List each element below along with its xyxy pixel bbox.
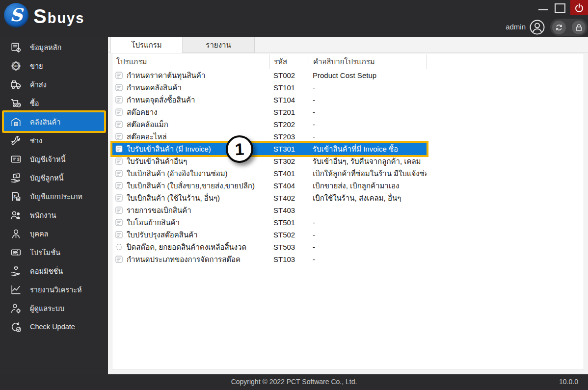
power-button[interactable]	[570, 0, 588, 15]
sidebar-item-label: บุคคล	[30, 228, 49, 239]
table-row[interactable]: ใบรับเข้าสินค้าอื่นๆ ST302 รับเข้าอื่นๆ,…	[112, 155, 427, 167]
sidebar-item-commission[interactable]: คอมมิชชั่น	[4, 261, 104, 280]
check-update-icon	[9, 320, 23, 334]
admin-gear-icon	[9, 302, 23, 315]
spinner-icon	[115, 243, 123, 251]
sidebar-item-label: พนักงาน	[30, 209, 56, 221]
sidebar-item-label: คอมมิชชั่น	[30, 265, 63, 277]
column-header-code: รหัส	[269, 54, 309, 69]
svg-text:$: $	[17, 157, 20, 162]
program-rows: กำหนดราคาต้นทุนสินค้า ST002 Product Cost…	[112, 69, 584, 265]
program-list-panel: โปรแกรม รหัส คำอธิบายโปรแกรม กำหนดราคาต้…	[112, 53, 584, 369]
tab-reports[interactable]: รายงาน	[183, 37, 255, 53]
lock-button[interactable]	[572, 21, 586, 34]
sidebar-item-master-data[interactable]: ข้อมูลหลัก	[4, 38, 104, 56]
promotion-voucher-icon	[9, 246, 23, 259]
sidebar-item-purchase[interactable]: ซื้อ	[4, 94, 104, 112]
minimize-button[interactable]	[538, 8, 549, 12]
table-row[interactable]: สต๊อคล้อแม็ก ST202 -	[112, 118, 427, 130]
sidebar-item-warehouse[interactable]: คลังสินค้า	[4, 112, 104, 131]
sidebar-item-label: คลังสินค้า	[30, 116, 60, 128]
form-icon	[115, 256, 123, 263]
sidebar-item-label: ซื้อ	[30, 98, 39, 109]
sidebar-item-label: ข้อมูลหลัก	[30, 42, 61, 53]
analytics-chart-icon	[9, 283, 23, 296]
column-header-description: คำอธิบายโปรแกรม	[309, 54, 427, 69]
column-header-program: โปรแกรม	[112, 54, 269, 69]
sidebar-item-label: บัญชีแยกประเภท	[30, 191, 82, 202]
master-data-icon	[9, 41, 23, 54]
form-icon	[115, 207, 123, 214]
table-row[interactable]: กำหนดจุดสั่งซื้อสินค้า ST104 -	[112, 94, 427, 106]
table-row[interactable]: สต๊อคอะไหล่ ST203 -	[112, 130, 427, 143]
sidebar-item-analytics-report[interactable]: รายงานวิเคราะห์	[4, 280, 104, 299]
wrench-icon	[9, 134, 23, 147]
sidebar-item-sale[interactable]: SALE ขาย	[4, 56, 104, 75]
header-actions	[550, 19, 588, 36]
sidebar-item-general-ledger[interactable]: $ บัญชีแยกประเภท	[4, 187, 104, 206]
table-header: โปรแกรม รหัส คำอธิบายโปรแกรม	[112, 54, 584, 69]
sidebar-item-label: บัญชีเจ้าหนี้	[30, 154, 65, 165]
receivable-hand-icon: $	[9, 171, 23, 184]
form-icon	[115, 182, 123, 189]
form-icon	[115, 157, 123, 165]
table-row[interactable]: รายการขอเบิกสินค้า ST403	[112, 204, 427, 216]
user-avatar-icon[interactable]	[530, 20, 545, 35]
sidebar-item-check-update[interactable]: Check Update	[4, 317, 104, 336]
sale-badge-icon: SALE	[9, 59, 23, 73]
table-row[interactable]: ใบโอนย้ายสินค้า ST501 -	[112, 216, 427, 229]
sidebar-item-promotion[interactable]: โปรโมชั่น	[4, 243, 104, 261]
form-icon	[115, 133, 123, 140]
table-row[interactable]: สต๊อคยาง ST201 -	[112, 106, 427, 118]
form-icon	[115, 121, 123, 128]
purchase-cart-icon	[9, 97, 23, 110]
sidebar-item-label: Check Update	[30, 323, 75, 331]
form-icon	[115, 72, 123, 79]
sidebar-item-employees[interactable]: พนักงาน	[4, 206, 104, 224]
logged-in-user: admin	[506, 23, 526, 31]
lock-icon	[575, 24, 583, 31]
person-icon	[9, 227, 23, 240]
form-icon	[115, 108, 123, 116]
truck-icon	[9, 78, 23, 91]
table-row[interactable]: กำหนดราคาต้นทุนสินค้า ST002 Product Cost…	[112, 69, 427, 81]
table-row[interactable]: ใบเบิกสินค้า (ใบสั่งขาย,ขายส่ง,ขายปลีก) …	[112, 180, 427, 192]
refresh-button[interactable]	[552, 21, 566, 34]
svg-text:$: $	[14, 194, 16, 199]
sidebar-item-accounts-payable[interactable]: $ บัญชีเจ้าหนี้	[4, 150, 104, 168]
maximize-button[interactable]	[555, 3, 565, 13]
form-icon	[115, 145, 123, 153]
warehouse-icon	[9, 115, 23, 129]
sidebar-item-system-admin[interactable]: ผู้ดูแลระบบ	[4, 299, 104, 317]
form-icon	[115, 96, 123, 104]
payable-invoice-icon: $	[9, 153, 23, 166]
table-row[interactable]: กำหนดประเภทของการจัดการสต๊อค ST103 -	[112, 253, 427, 265]
minimize-icon	[538, 9, 548, 10]
ledger-icon: $	[9, 190, 23, 203]
form-icon	[115, 84, 123, 91]
form-icon	[115, 219, 123, 226]
sidebar-item-persons[interactable]: บุคคล	[4, 224, 104, 243]
sidebar-item-wholesale[interactable]: ค้าส่ง	[4, 75, 104, 94]
version-number: 10.0.0	[559, 378, 578, 386]
sidebar-item-label: ช่าง	[30, 135, 42, 146]
employees-icon	[9, 208, 23, 222]
copyright-text: Copyright © 2022 PCT Software Co., Ltd.	[0, 378, 588, 386]
sidebar-item-label: ผู้ดูแลระบบ	[30, 303, 64, 314]
sidebar-item-accounts-receivable[interactable]: $ บัญชีลูกหนี้	[4, 168, 104, 187]
sidebar-item-label: โปรโมชั่น	[30, 247, 60, 258]
sidebar-item-label: ค้าส่ง	[30, 79, 47, 90]
status-bar: Copyright © 2022 PCT Software Co., Ltd. …	[0, 374, 588, 390]
app-logo: S Sbuys	[4, 3, 84, 27]
table-row[interactable]: ใบปรับปรุงสต๊อคสินค้า ST502 -	[112, 229, 427, 241]
sidebar-item-label: รายงานวิเคราะห์	[30, 284, 82, 295]
table-row[interactable]: ใบเบิกสินค้า (อ้างอิงใบงานซ่อม) ST401 เบ…	[112, 167, 427, 180]
tab-programs[interactable]: โปรแกรม	[110, 37, 183, 53]
sidebar-item-technician[interactable]: ช่าง	[4, 131, 104, 150]
form-icon	[115, 231, 123, 238]
table-row-selected[interactable]: ใบรับเข้าสินค้า (มี Invoice) ST301 รับเข…	[112, 143, 427, 155]
power-icon	[574, 3, 584, 13]
table-row[interactable]: ปิดสต๊อค, ยกยอดสินค้าคงเหลือสิ้นงวด ST50…	[112, 241, 427, 253]
table-row[interactable]: กำหนดคลังสินค้า ST101 -	[112, 81, 427, 94]
table-row[interactable]: ใบเบิกสินค้า (ใช้ในร้าน, อื่นๆ) ST402 เบ…	[112, 192, 427, 204]
